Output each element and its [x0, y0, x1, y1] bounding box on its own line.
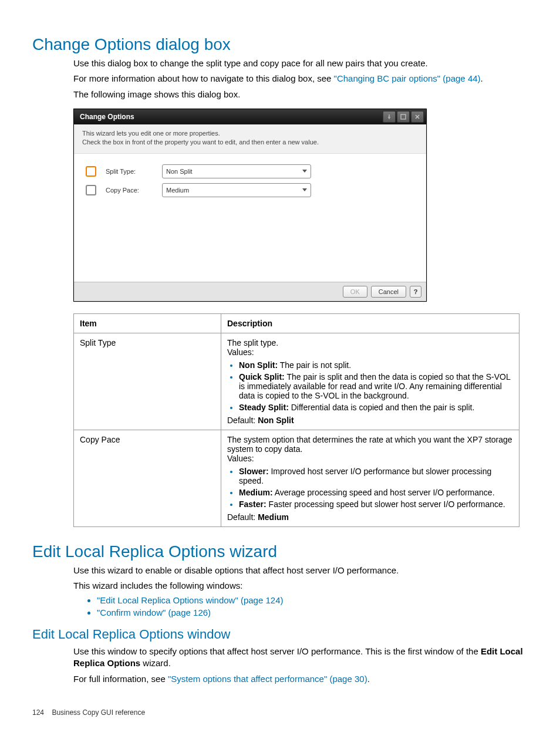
para-s1-1: Use this dialog box to change the split … — [73, 58, 528, 69]
link-confirm-window[interactable]: "Confirm window" (page 126) — [97, 607, 211, 617]
list-item: "Edit Local Replica Options window" (pag… — [97, 595, 528, 605]
dropdown-split-type[interactable]: Non Split — [162, 164, 311, 178]
term: Non Split: — [239, 360, 278, 370]
text: For full information, see — [73, 674, 168, 684]
term: Steady Split: — [239, 403, 289, 412]
options-description-table: Item Description Split Type The split ty… — [73, 313, 519, 527]
heading-edit-local-replica-wizard: Edit Local Replica Options wizard — [32, 542, 528, 561]
page-footer: 124 Business Copy GUI reference — [32, 708, 528, 717]
th-item: Item — [74, 313, 221, 333]
heading-change-options: Change Options dialog box — [32, 35, 528, 54]
para-s1-2: For more information about how to naviga… — [73, 73, 528, 85]
text: Differential data is copied and then the… — [289, 403, 474, 412]
wizard-line2: Check the box in front of the property y… — [82, 138, 418, 147]
dialog-titlebar: Change Options — [74, 109, 426, 124]
list-item: "Confirm window" (page 126) — [97, 607, 528, 617]
text: . — [367, 674, 370, 684]
para-s3-2: For full information, see "System option… — [73, 673, 528, 685]
row-copy-pace: Copy Pace: Medium — [74, 181, 426, 200]
para-s1-3: The following image shows this dialog bo… — [73, 89, 528, 100]
wizard-line1: This wizard lets you edit one or more pr… — [82, 129, 418, 138]
td-item-split-type: Split Type — [74, 333, 221, 430]
text: Values: — [227, 347, 513, 357]
text: Average processing speed and host server… — [273, 488, 495, 497]
chevron-down-icon — [302, 188, 307, 191]
para-s2-2: This wizard includes the following windo… — [73, 580, 528, 592]
list-item: Quick Split: The pair is split and then … — [239, 372, 513, 400]
dropdown-copy-pace[interactable]: Medium — [162, 183, 311, 197]
dialog-title: Change Options — [80, 113, 134, 121]
table-row: Copy Pace The system option that determi… — [74, 430, 519, 526]
dropdown-copy-pace-value: Medium — [166, 187, 189, 194]
link-edit-local-replica-window[interactable]: "Edit Local Replica Options window" (pag… — [97, 595, 284, 605]
dialog-description: This wizard lets you edit one or more pr… — [74, 124, 426, 154]
td-item-copy-pace: Copy Pace — [74, 430, 221, 526]
text: . — [481, 73, 483, 83]
td-desc-split-type: The split type. Values: Non Split: The p… — [221, 333, 519, 430]
chevron-down-icon — [302, 170, 307, 173]
link-system-options-performance[interactable]: "System options that affect performance"… — [168, 674, 367, 684]
label-split-type: Split Type: — [106, 168, 153, 175]
dropdown-split-type-value: Non Split — [166, 168, 193, 175]
text: Use this window to specify options that … — [73, 646, 481, 656]
para-s3-1: Use this window to specify options that … — [73, 646, 528, 670]
text: Improved host server I/O performance but… — [239, 467, 491, 485]
term: Medium: — [239, 488, 273, 497]
cancel-button[interactable]: Cancel — [371, 286, 406, 298]
text: Non Split — [258, 416, 294, 425]
list-item: Non Split: The pair is not split. — [239, 360, 513, 370]
text: Default: — [227, 416, 258, 425]
text-default: Default: Non Split — [227, 416, 513, 425]
text: For more information about how to naviga… — [73, 73, 334, 83]
link-changing-bc-pair-options[interactable]: "Changing BC pair options" (page 44) — [334, 73, 481, 83]
maximize-icon[interactable] — [397, 111, 410, 123]
change-options-dialog: Change Options This wizard lets you edit… — [73, 109, 427, 302]
text-default: Default: Medium — [227, 512, 513, 522]
text: The pair is not split. — [278, 360, 351, 370]
th-description: Description — [221, 313, 519, 333]
td-desc-copy-pace: The system option that determines the ra… — [221, 430, 519, 526]
table-row: Split Type The split type. Values: Non S… — [74, 333, 519, 430]
list-item: Steady Split: Differential data is copie… — [239, 403, 513, 412]
page-number: 124 — [32, 708, 44, 717]
pin-icon[interactable] — [383, 111, 396, 123]
text: The system option that determines the ra… — [227, 435, 513, 454]
para-s2-1: Use this wizard to enable or disable opt… — [73, 565, 528, 576]
list-item: Medium: Average processing speed and hos… — [239, 488, 513, 497]
label-copy-pace: Copy Pace: — [106, 187, 153, 194]
checkbox-copy-pace[interactable] — [86, 185, 96, 195]
svg-rect-0 — [401, 114, 406, 119]
text: Values: — [227, 454, 513, 463]
term: Slower: — [239, 467, 269, 476]
text: Default: — [227, 512, 258, 522]
help-button[interactable]: ? — [410, 286, 421, 298]
footer-section: Business Copy GUI reference — [52, 708, 145, 717]
checkbox-split-type[interactable] — [86, 166, 96, 177]
term: Faster: — [239, 499, 266, 509]
text: Medium — [258, 512, 289, 522]
list-item: Slower: Improved host server I/O perform… — [239, 467, 513, 485]
text: The split type. — [227, 338, 513, 347]
term: Quick Split: — [239, 372, 285, 382]
heading-edit-local-replica-window: Edit Local Replica Options window — [32, 627, 528, 642]
row-split-type: Split Type: Non Split — [74, 162, 426, 181]
close-icon[interactable] — [411, 111, 424, 123]
ok-button[interactable]: OK — [343, 286, 367, 298]
list-item: Faster: Faster processing speed but slow… — [239, 499, 513, 509]
text: wizard. — [140, 658, 171, 668]
text: Faster processing speed but slower host … — [266, 499, 505, 509]
